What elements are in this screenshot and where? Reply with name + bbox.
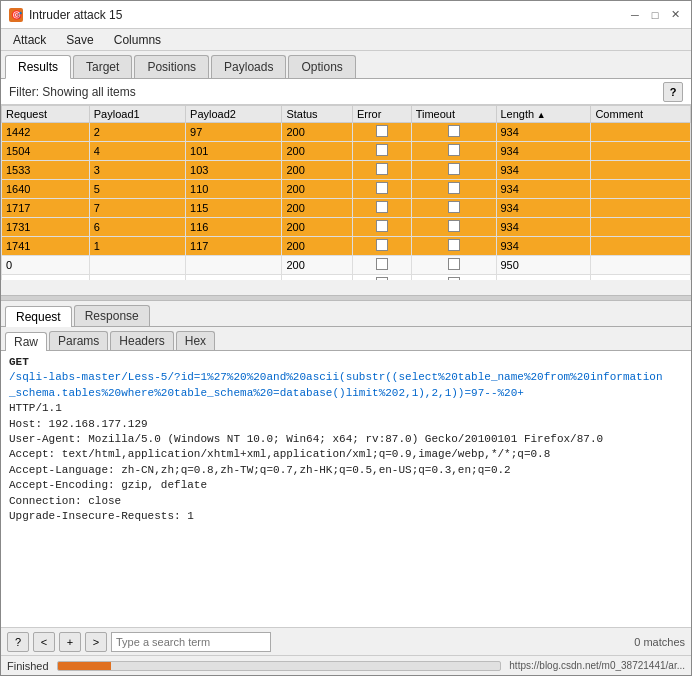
lower-tabs-bar: Request Response	[1, 301, 691, 327]
table-row[interactable]: 17411117200934	[2, 237, 691, 256]
subtab-hex[interactable]: Hex	[176, 331, 215, 350]
results-table: Request Payload1 Payload2 Status Error T…	[1, 105, 691, 280]
close-button[interactable]: ✕	[667, 7, 683, 23]
tab-positions[interactable]: Positions	[134, 55, 209, 78]
col-request[interactable]: Request	[2, 106, 90, 123]
tab-response[interactable]: Response	[74, 305, 150, 326]
search-input[interactable]	[111, 632, 271, 652]
tab-options[interactable]: Options	[288, 55, 355, 78]
filter-bar: Filter: Showing all items ?	[1, 79, 691, 105]
results-table-container: Request Payload1 Payload2 Status Error T…	[1, 105, 691, 295]
menu-columns[interactable]: Columns	[106, 31, 169, 49]
col-error[interactable]: Error	[352, 106, 411, 123]
filter-help-button[interactable]: ?	[663, 82, 683, 102]
next-button[interactable]: >	[85, 632, 107, 652]
col-comment[interactable]: Comment	[591, 106, 691, 123]
table-row[interactable]: 17177115200934	[2, 199, 691, 218]
window-title: Intruder attack 15	[29, 8, 122, 22]
window-controls: ─ □ ✕	[627, 7, 683, 23]
progress-fill	[58, 662, 111, 670]
lower-panel: Request Response Raw Params Headers Hex …	[1, 301, 691, 627]
help-bottom-button[interactable]: ?	[7, 632, 29, 652]
subtab-headers[interactable]: Headers	[110, 331, 173, 350]
table-row[interactable]: 15333103200934	[2, 161, 691, 180]
menu-save[interactable]: Save	[58, 31, 101, 49]
prev-button[interactable]: <	[33, 632, 55, 652]
subtab-raw[interactable]: Raw	[5, 332, 47, 351]
table-row[interactable]: 0200950	[2, 256, 691, 275]
sub-tabs-bar: Raw Params Headers Hex	[1, 327, 691, 351]
progress-bar	[57, 661, 502, 671]
status-text: Finished	[7, 660, 49, 672]
maximize-button[interactable]: □	[647, 7, 663, 23]
table-row[interactable]: 16405110200934	[2, 180, 691, 199]
menu-attack[interactable]: Attack	[5, 31, 54, 49]
main-tabs-bar: Results Target Positions Payloads Option…	[1, 51, 691, 79]
bottom-bar: ? < + > 0 matches	[1, 627, 691, 655]
tab-payloads[interactable]: Payloads	[211, 55, 286, 78]
table-row[interactable]: 111200950	[2, 275, 691, 281]
table-row[interactable]: 15044101200934	[2, 142, 691, 161]
add-button[interactable]: +	[59, 632, 81, 652]
table-row[interactable]: 17316116200934	[2, 218, 691, 237]
tab-target[interactable]: Target	[73, 55, 132, 78]
app-icon: 🎯	[9, 8, 23, 22]
table-row[interactable]: 1442297200934	[2, 123, 691, 142]
status-url: https://blog.csdn.net/m0_38721441/ar...	[509, 660, 685, 671]
col-timeout[interactable]: Timeout	[411, 106, 496, 123]
filter-text: Filter: Showing all items	[9, 85, 136, 99]
table-scroll-area[interactable]: Request Payload1 Payload2 Status Error T…	[1, 105, 691, 280]
minimize-button[interactable]: ─	[627, 7, 643, 23]
status-bar: Finished https://blog.csdn.net/m0_387214…	[1, 655, 691, 675]
col-status[interactable]: Status	[282, 106, 353, 123]
request-content: GET/sqli-labs-master/Less-5/?id=1%27%20%…	[1, 351, 691, 627]
tab-results[interactable]: Results	[5, 55, 71, 79]
title-bar-left: 🎯 Intruder attack 15	[9, 8, 122, 22]
title-bar: 🎯 Intruder attack 15 ─ □ ✕	[1, 1, 691, 29]
main-window: 🎯 Intruder attack 15 ─ □ ✕ Attack Save C…	[0, 0, 692, 676]
matches-text: 0 matches	[634, 636, 685, 648]
bottom-left: ? < + >	[7, 632, 271, 652]
col-payload1[interactable]: Payload1	[89, 106, 185, 123]
col-payload2[interactable]: Payload2	[186, 106, 282, 123]
col-length[interactable]: Length	[496, 106, 591, 123]
menu-bar: Attack Save Columns	[1, 29, 691, 51]
subtab-params[interactable]: Params	[49, 331, 108, 350]
tab-request[interactable]: Request	[5, 306, 72, 327]
